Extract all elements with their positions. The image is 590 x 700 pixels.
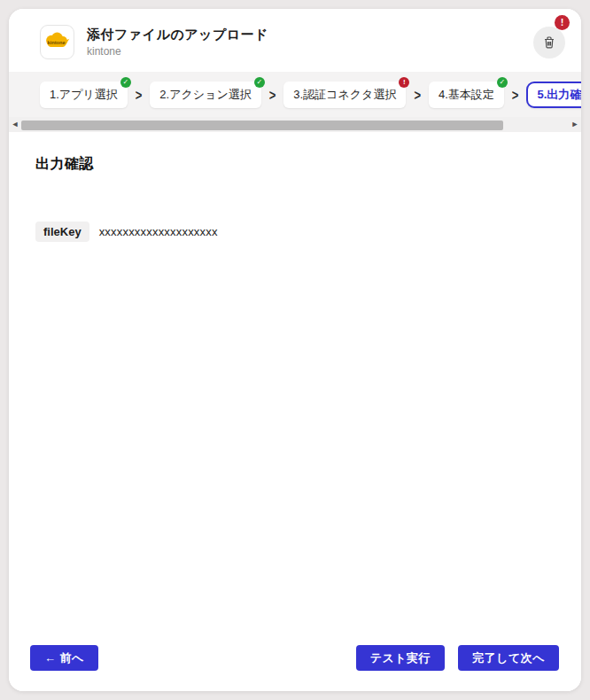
step-label: 1.アプリ選択 — [50, 88, 118, 101]
step-label: 3.認証コネクタ選択 — [293, 88, 396, 101]
delete-button[interactable] — [533, 27, 565, 58]
scrollbar-thumb[interactable] — [21, 121, 503, 130]
back-button[interactable]: ← 前へ — [30, 645, 98, 671]
main-content: 出力確認 fileKey xxxxxxxxxxxxxxxxxxxx ← 前へ テ… — [9, 132, 581, 691]
step-separator-icon: > — [509, 87, 522, 104]
step-separator-icon: > — [267, 87, 279, 104]
trash-icon — [542, 35, 556, 50]
kintone-logo-text: kintone — [47, 40, 65, 45]
footer-actions: ← 前へ テスト実行 完了して次へ — [30, 645, 559, 671]
steps-list: 1.アプリ選択 ✓ > 2.アクション選択 ✓ > 3.認証コネクタ選択 ! >… — [9, 72, 581, 117]
horizontal-scrollbar: ◄ ► — [9, 117, 581, 132]
step-label: 2.アクション選択 — [159, 88, 251, 101]
step-label: 5.出力確認 — [537, 88, 581, 101]
step-separator-icon: > — [411, 87, 423, 104]
header-titles: 添付ファイルのアップロード kintone — [87, 27, 268, 58]
step-status-icon: ✓ — [497, 77, 508, 88]
scroll-right-icon[interactable]: ► — [569, 117, 581, 132]
output-row: fileKey xxxxxxxxxxxxxxxxxxxx — [35, 222, 555, 242]
footer-right-group: テスト実行 完了して次へ — [356, 645, 559, 671]
wizard-card: kintone 添付ファイルのアップロード kintone ! 1.アプリ選択 — [9, 9, 581, 691]
page-subtitle: kintone — [87, 45, 268, 58]
scrollbar-track[interactable] — [21, 120, 569, 130]
test-run-button[interactable]: テスト実行 — [356, 645, 445, 671]
step-pill[interactable]: 5.出力確認 ✓ — [526, 82, 581, 108]
step-label: 4.基本設定 — [439, 88, 494, 101]
page-title: 添付ファイルのアップロード — [87, 27, 268, 43]
step-status-icon: ! — [399, 77, 409, 88]
output-key-badge: fileKey — [35, 222, 89, 242]
kintone-logo-icon: kintone — [43, 27, 72, 57]
step-pill[interactable]: 3.認証コネクタ選択 ! — [283, 82, 406, 108]
step-pill[interactable]: 4.基本設定 ✓ — [429, 82, 504, 108]
kintone-logo: kintone — [40, 25, 74, 59]
output-value: xxxxxxxxxxxxxxxxxxxx — [99, 225, 218, 238]
step-status-icon: ✓ — [120, 77, 131, 88]
scroll-left-icon[interactable]: ◄ — [9, 117, 21, 132]
next-button[interactable]: 完了して次へ — [458, 645, 559, 671]
step-status-icon: ✓ — [254, 77, 265, 88]
step-pill[interactable]: 2.アクション選択 ✓ — [150, 82, 260, 108]
step-separator-icon: > — [133, 87, 145, 104]
step-pill[interactable]: 1.アプリ選択 ✓ — [40, 82, 128, 108]
header: kintone 添付ファイルのアップロード kintone ! — [9, 9, 581, 72]
card-error-badge: ! — [555, 15, 570, 30]
section-heading: 出力確認 — [35, 155, 555, 174]
